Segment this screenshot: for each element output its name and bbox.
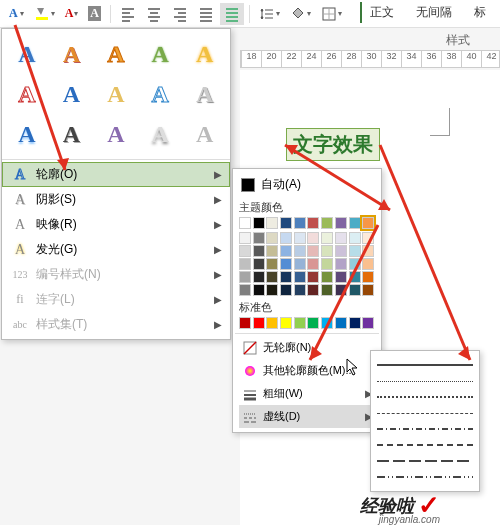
effect-preset[interactable]: A — [52, 117, 90, 151]
color-swatch[interactable] — [307, 245, 319, 257]
color-swatch[interactable] — [266, 245, 278, 257]
color-swatch[interactable] — [253, 258, 265, 270]
color-swatch[interactable] — [294, 317, 306, 329]
effect-preset[interactable]: A — [186, 117, 224, 151]
effect-preset[interactable]: A — [97, 77, 135, 111]
color-swatch[interactable] — [266, 317, 278, 329]
style-heading[interactable]: 标 — [466, 2, 494, 23]
effect-preset[interactable]: A — [141, 117, 179, 151]
color-swatch[interactable] — [307, 317, 319, 329]
color-swatch[interactable] — [239, 284, 251, 296]
shading-button[interactable]: ▾ — [286, 3, 315, 25]
effect-preset[interactable]: A — [8, 37, 46, 71]
dash-style-dotted-fine[interactable] — [377, 373, 473, 389]
color-swatch[interactable] — [239, 245, 251, 257]
more-outline-colors[interactable]: 其他轮廓颜色(M)... — [239, 359, 375, 382]
color-swatch[interactable] — [253, 271, 265, 283]
color-swatch[interactable] — [266, 232, 278, 244]
menu-glow[interactable]: A 发光(G) ▶ — [2, 237, 230, 262]
color-swatch[interactable] — [335, 284, 347, 296]
borders-button[interactable]: ▾ — [317, 3, 346, 25]
color-swatch[interactable] — [253, 317, 265, 329]
color-swatch[interactable] — [349, 232, 361, 244]
effect-preset[interactable]: A — [186, 77, 224, 111]
color-swatch[interactable] — [280, 258, 292, 270]
color-swatch[interactable] — [294, 245, 306, 257]
color-swatch[interactable] — [362, 317, 374, 329]
char-shading-button[interactable]: A — [84, 3, 105, 24]
color-swatch[interactable] — [321, 245, 333, 257]
color-swatch[interactable] — [362, 284, 374, 296]
color-swatch[interactable] — [321, 271, 333, 283]
color-swatch[interactable] — [280, 317, 292, 329]
color-swatch[interactable] — [362, 245, 374, 257]
color-swatch[interactable] — [362, 258, 374, 270]
align-center-button[interactable] — [142, 3, 166, 25]
outline-dashes[interactable]: 虚线(D) ▶ — [239, 405, 375, 428]
color-swatch[interactable] — [349, 271, 361, 283]
color-swatch[interactable] — [362, 232, 374, 244]
color-swatch[interactable] — [253, 217, 265, 229]
effect-preset[interactable]: A — [52, 37, 90, 71]
color-swatch[interactable] — [307, 232, 319, 244]
menu-shadow[interactable]: A 阴影(S) ▶ — [2, 187, 230, 212]
color-auto[interactable]: 自动(A) — [239, 173, 375, 196]
color-swatch[interactable] — [307, 217, 319, 229]
effect-preset[interactable]: A — [97, 37, 135, 71]
color-swatch[interactable] — [335, 258, 347, 270]
color-swatch[interactable] — [307, 271, 319, 283]
color-swatch[interactable] — [362, 271, 374, 283]
highlight-color-button[interactable]: ▾ — [30, 3, 59, 25]
color-swatch[interactable] — [280, 284, 292, 296]
color-swatch[interactable] — [266, 217, 278, 229]
color-swatch[interactable] — [294, 217, 306, 229]
color-swatch[interactable] — [349, 284, 361, 296]
menu-reflection[interactable]: A 映像(R) ▶ — [2, 212, 230, 237]
dash-style-dashed-short[interactable] — [377, 405, 473, 421]
align-justify-button[interactable] — [194, 3, 218, 25]
style-no-spacing[interactable]: 无间隔 — [408, 2, 460, 23]
horizontal-ruler[interactable]: 18 20 22 24 26 28 30 32 34 36 38 40 42 — [240, 50, 500, 68]
color-swatch[interactable] — [349, 245, 361, 257]
color-swatch[interactable] — [280, 245, 292, 257]
sample-text[interactable]: 文字效果 — [286, 128, 380, 161]
dash-style-dotted[interactable] — [377, 389, 473, 405]
effect-preset[interactable]: A — [141, 37, 179, 71]
color-swatch[interactable] — [335, 271, 347, 283]
dash-style-solid[interactable] — [377, 357, 473, 373]
color-swatch[interactable] — [239, 232, 251, 244]
color-swatch[interactable] — [307, 284, 319, 296]
dash-style-dashed-long[interactable] — [377, 453, 473, 469]
color-swatch[interactable] — [239, 258, 251, 270]
color-swatch[interactable] — [253, 245, 265, 257]
color-swatch[interactable] — [321, 284, 333, 296]
distributed-button[interactable] — [220, 3, 244, 25]
color-swatch[interactable] — [239, 317, 251, 329]
color-swatch[interactable] — [335, 245, 347, 257]
color-swatch[interactable] — [253, 284, 265, 296]
menu-outline[interactable]: A 轮廓(O) ▶ — [2, 162, 230, 187]
align-right-button[interactable] — [168, 3, 192, 25]
effect-preset[interactable]: A — [52, 77, 90, 111]
color-swatch[interactable] — [266, 271, 278, 283]
color-swatch[interactable] — [362, 217, 374, 229]
color-swatch[interactable] — [280, 232, 292, 244]
color-swatch[interactable] — [321, 217, 333, 229]
effect-preset[interactable]: A — [8, 77, 46, 111]
style-normal[interactable]: 正文 — [360, 2, 402, 23]
color-swatch[interactable] — [321, 258, 333, 270]
color-swatch[interactable] — [307, 258, 319, 270]
color-swatch[interactable] — [266, 258, 278, 270]
color-swatch[interactable] — [280, 217, 292, 229]
color-swatch[interactable] — [321, 232, 333, 244]
no-outline[interactable]: 无轮廓(N) — [239, 336, 375, 359]
color-swatch[interactable] — [280, 271, 292, 283]
line-spacing-button[interactable]: ▾ — [255, 3, 284, 25]
outline-weight[interactable]: 粗细(W) ▶ — [239, 382, 375, 405]
effect-preset[interactable]: A — [8, 117, 46, 151]
font-color-button[interactable]: A▾ — [61, 3, 83, 24]
color-swatch[interactable] — [239, 271, 251, 283]
effect-preset[interactable]: A — [186, 37, 224, 71]
color-swatch[interactable] — [349, 317, 361, 329]
color-swatch[interactable] — [294, 284, 306, 296]
